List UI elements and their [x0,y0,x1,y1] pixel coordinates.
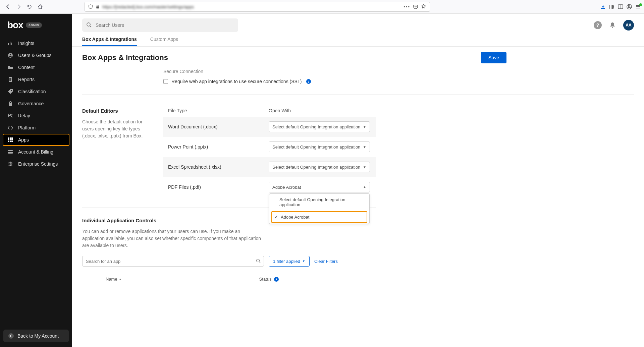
ssl-checkbox[interactable] [163,79,168,84]
app-table-header: Name ▲ Status i [82,273,376,285]
box-logo: box [7,20,23,31]
sidebar: box ADMIN Insights Users & Groups Conten… [0,14,72,347]
svg-rect-0 [96,6,99,8]
sidebar-toggle-icon[interactable] [618,4,623,9]
lock-icon [7,101,13,107]
app-search-input[interactable] [82,256,264,267]
sidebar-item-account-billing[interactable]: Account & Billing [0,146,72,158]
iac-desc: You can add or remove applications that … [82,228,263,249]
sidebar-item-label: Content [18,65,35,70]
library-icon[interactable] [609,4,614,9]
svg-rect-1 [618,5,623,9]
svg-rect-16 [8,141,9,142]
browser-forward-button[interactable] [14,2,23,11]
sidebar-item-label: Relay [18,113,30,118]
file-type-label: Word Document (.docx) [168,124,269,129]
ssl-checkbox-label: Require web app integrations to use secu… [171,79,302,84]
svg-point-23 [8,333,14,339]
open-with-select-pdf[interactable]: Adobe Acrobat ▼ Select default Opening I… [269,182,370,192]
notifications-button[interactable] [609,22,616,28]
more-icon[interactable]: ••• [404,4,410,9]
info-icon[interactable]: i [306,79,311,84]
tab-custom-apps[interactable]: Custom Apps [150,37,178,46]
tab-box-apps-integrations[interactable]: Box Apps & Integrations [82,37,137,46]
user-avatar[interactable]: AA [623,20,634,31]
document-icon [7,76,13,82]
main-content: ? AA Box Apps & Integrations Custom Apps… [72,14,644,347]
svg-point-24 [87,23,90,26]
menu-icon[interactable] [635,4,641,9]
svg-point-8 [11,90,12,91]
user-icon [7,52,13,58]
svg-rect-10 [8,137,9,139]
svg-rect-9 [9,103,12,106]
column-name[interactable]: Name ▲ [106,277,122,282]
editor-row-word: Word Document (.docx) Select default Ope… [163,117,376,137]
default-editors-title: Default Editors [82,108,153,114]
account-icon[interactable] [627,4,632,9]
file-type-label: Power Point (.pptx) [168,144,269,150]
open-with-select-powerpoint[interactable]: Select default Opening Integration appli… [269,141,370,152]
tabs: Box Apps & Integrations Custom Apps [72,32,644,47]
pocket-icon[interactable] [413,4,418,9]
download-icon[interactable] [600,4,606,9]
file-type-label: Excel Spreadsheet (.xlsx) [168,164,269,170]
dropdown-option-default[interactable]: Select default Opening Integration appli… [269,194,369,211]
chart-icon [7,40,13,46]
back-to-account-button[interactable]: Back to My Account [3,330,69,342]
sort-asc-icon: ▲ [119,278,122,281]
page-header: Box Apps & Integrations Save [72,47,644,69]
tag-icon [7,89,13,95]
topbar: ? AA [72,14,644,32]
sidebar-item-content[interactable]: Content [0,61,72,73]
info-icon[interactable]: i [274,277,279,282]
filter-applied-button[interactable]: 1 filter applied ▼ [269,256,310,267]
sidebar-item-insights[interactable]: Insights [0,37,72,49]
column-status: Status i [259,277,279,282]
sidebar-item-apps[interactable]: Apps [3,134,69,146]
sidebar-item-reports[interactable]: Reports [0,73,72,85]
editor-row-pdf: PDF Files (.pdf) Adobe Acrobat ▼ Select … [163,177,376,197]
browser-home-button[interactable] [36,2,45,11]
page-title: Box Apps & Integrations [82,53,168,62]
svg-rect-18 [11,141,13,142]
search-icon [86,22,92,27]
relay-icon [7,113,13,119]
sidebar-item-relay[interactable]: Relay [0,110,72,122]
sidebar-item-users-groups[interactable]: Users & Groups [0,49,72,61]
svg-point-4 [629,5,630,7]
svg-rect-15 [11,139,13,140]
chevron-down-icon: ▼ [363,145,366,149]
search-icon [256,258,261,263]
open-with-dropdown: Select default Opening Integration appli… [269,193,370,224]
browser-reload-button[interactable] [25,2,34,11]
clear-filters-link[interactable]: Clear Filters [314,259,338,264]
svg-point-22 [10,163,11,165]
search-users-input[interactable] [82,18,238,32]
logo-row: box ADMIN [0,20,72,37]
sidebar-item-platform[interactable]: Platform [0,122,72,134]
dropdown-option-acrobat[interactable]: Adobe Acrobat [271,211,367,223]
browser-chrome: https://[redacted].box.com/master/settin… [0,0,644,14]
lock-icon [96,4,100,9]
svg-point-6 [10,54,11,55]
sidebar-item-governance[interactable]: Governance [0,98,72,110]
sidebar-item-label: Account & Billing [18,149,53,155]
open-with-select-excel[interactable]: Select default Opening Integration appli… [269,162,370,172]
secure-connection-section: Secure Connection Require web app integr… [82,69,634,94]
save-button[interactable]: Save [481,52,506,63]
svg-point-25 [257,259,260,262]
default-editors-section: Default Editors Choose the default optio… [82,94,634,207]
browser-back-button[interactable] [3,2,13,11]
sidebar-item-label: Governance [18,101,44,106]
svg-rect-13 [8,139,9,140]
open-with-select-word[interactable]: Select default Opening Integration appli… [269,121,370,132]
sidebar-item-label: Apps [18,137,29,142]
browser-url-bar[interactable]: https://[redacted].box.com/master/settin… [85,2,430,12]
sidebar-item-enterprise-settings[interactable]: Enterprise Settings [0,158,72,170]
sidebar-item-classification[interactable]: Classification [0,85,72,98]
back-to-account-label: Back to My Account [17,333,59,339]
help-button[interactable]: ? [594,21,602,29]
sidebar-item-label: Users & Groups [18,53,52,58]
bookmark-star-icon[interactable] [421,4,426,9]
